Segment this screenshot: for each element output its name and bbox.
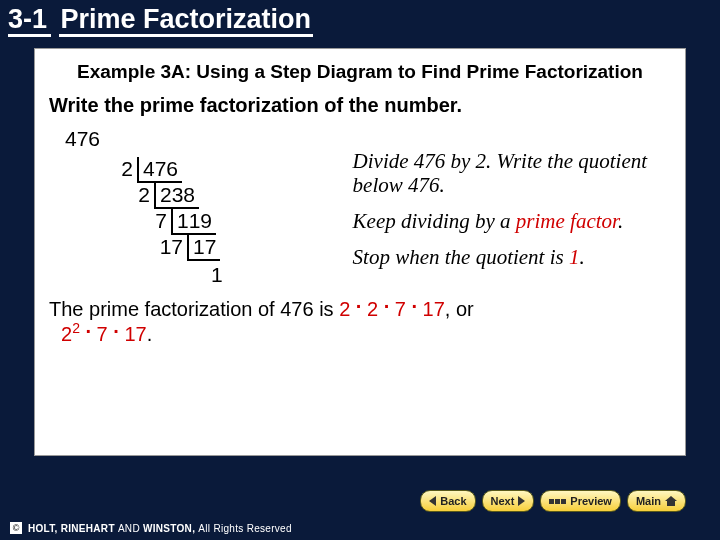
step-row: 2 238 — [128, 183, 353, 209]
left-column: 476 2 476 2 238 7 119 17 17 — [49, 127, 353, 287]
step-row: 2 476 — [111, 157, 353, 183]
dividend: 17 — [187, 235, 220, 261]
copyright-icon: © — [10, 522, 22, 534]
note-2: Keep dividing by a prime factor. — [353, 209, 671, 233]
divisor: 7 — [145, 209, 171, 233]
divisor: 2 — [128, 183, 154, 207]
divisor: 2 — [111, 157, 137, 181]
note-1: Divide 476 by 2. Write the quotient belo… — [353, 149, 671, 197]
step-row: 17 17 — [151, 235, 353, 261]
instruction-text: Write the prime factorization of the num… — [49, 94, 671, 117]
next-icon — [518, 496, 525, 506]
copyright-text: HOLT, RINEHART AND WINSTON, All Rights R… — [28, 523, 292, 534]
dividend: 476 — [137, 157, 182, 183]
factor-expression-1: 2 · 2 · 7 · 17 — [339, 295, 445, 320]
section-number: 3-1 — [8, 4, 51, 37]
target-number: 476 — [65, 127, 353, 151]
example-title: Example 3A: Using a Step Diagram to Find… — [49, 61, 671, 84]
footer: Back Next Preview Main © HOLT, RINEHART … — [0, 492, 720, 540]
dividend: 119 — [171, 209, 216, 235]
home-icon — [665, 496, 677, 506]
preview-icon — [549, 499, 566, 504]
nav-bar: Back Next Preview Main — [420, 490, 686, 512]
next-button[interactable]: Next — [482, 490, 535, 512]
step-diagram: 2 476 2 238 7 119 17 17 1 — [111, 157, 353, 287]
copyright: © HOLT, RINEHART AND WINSTON, All Rights… — [10, 522, 292, 534]
slide-header: 3-1 Prime Factorization — [8, 4, 313, 35]
conclusion: The prime factorization of 476 is 2 · 2 … — [49, 297, 671, 347]
factor-expression-2: 22 · 7 · 17 — [61, 323, 147, 345]
divisor: 17 — [151, 235, 187, 259]
note-3: Stop when the quotient is 1. — [353, 245, 671, 269]
final-quotient-row: 1 — [211, 261, 353, 287]
main-button[interactable]: Main — [627, 490, 686, 512]
preview-button[interactable]: Preview — [540, 490, 621, 512]
final-quotient: 1 — [211, 263, 223, 287]
content-panel: Example 3A: Using a Step Diagram to Find… — [34, 48, 686, 456]
back-icon — [429, 496, 436, 506]
step-row: 7 119 — [145, 209, 353, 235]
dividend: 238 — [154, 183, 199, 209]
right-column: Divide 476 by 2. Write the quotient belo… — [353, 127, 671, 287]
section-title: Prime Factorization — [59, 4, 314, 37]
back-button[interactable]: Back — [420, 490, 475, 512]
